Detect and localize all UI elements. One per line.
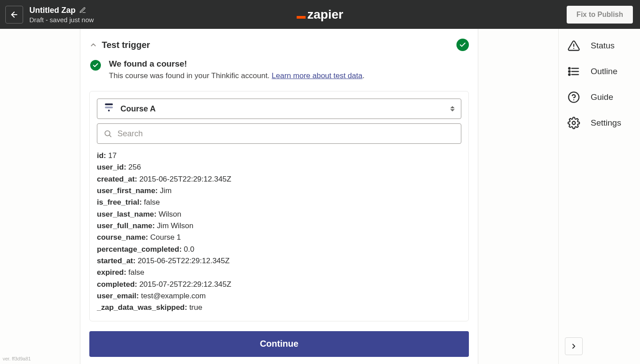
field-list: id: 17user_id: 256created_at: 2015-06-25… — [97, 144, 461, 314]
step-panel: Test trigger We found a course! This cou… — [80, 29, 478, 364]
record-selector[interactable]: Course A — [97, 99, 461, 119]
brand-text: zapier — [308, 8, 344, 22]
field-value: 2015-06-25T22:29:12.345Z — [139, 175, 231, 183]
field-row: percentage_completed: 0.0 — [97, 244, 461, 255]
field-key: started_at: — [97, 257, 138, 265]
zap-save-status: Draft - saved just now — [29, 16, 94, 24]
field-key: completed: — [97, 280, 139, 289]
rail-item-status[interactable]: Status — [568, 40, 631, 52]
field-value: test@example.com — [141, 292, 206, 300]
rail-item-outline[interactable]: Outline — [568, 65, 631, 78]
field-key: percentage_completed: — [97, 245, 184, 253]
back-button[interactable] — [5, 6, 23, 24]
chevron-up-icon — [89, 41, 97, 49]
rail-item-guide[interactable]: Guide — [568, 91, 631, 103]
rail-label: Status — [591, 41, 615, 51]
field-row: user_first_name: Jim — [97, 185, 461, 197]
field-value: 2015-07-25T22:29:12.345Z — [139, 280, 231, 289]
field-value: false — [128, 268, 144, 277]
section-title: Test trigger — [102, 40, 150, 50]
svg-line-2 — [109, 135, 111, 137]
field-value: Wilson — [159, 210, 181, 218]
field-row: expired: false — [97, 267, 461, 278]
field-key: user_email: — [97, 292, 141, 300]
field-row: course_name: Course 1 — [97, 232, 461, 243]
field-row: _zap_data_was_skipped: true — [97, 302, 461, 313]
field-search[interactable] — [97, 123, 461, 144]
field-value: Jim Wilson — [157, 222, 193, 230]
found-result-block: We found a course! This course was found… — [89, 59, 469, 89]
right-rail: Status Outline Guide Settings — [558, 29, 640, 364]
field-row: id: 17 — [97, 150, 461, 162]
result-check-badge — [90, 60, 101, 71]
field-value: 0.0 — [184, 245, 195, 253]
section-test-trigger[interactable]: Test trigger — [89, 29, 469, 59]
field-key: _zap_data_was_skipped: — [97, 303, 189, 312]
title-block: Untitled Zap Draft - saved just now — [29, 6, 94, 24]
field-row: created_at: 2015-06-25T22:29:12.345Z — [97, 174, 461, 185]
svg-point-10 — [568, 74, 570, 75]
arrow-left-icon — [10, 10, 19, 19]
rail-item-settings[interactable]: Settings — [568, 117, 631, 129]
field-key: is_free_trial: — [97, 198, 144, 206]
field-value: 2015-06-25T22:29:12.345Z — [138, 257, 230, 265]
field-row: is_free_trial: false — [97, 197, 461, 208]
found-description: This course was found in your Thinkific … — [109, 71, 364, 80]
found-title: We found a course! — [109, 59, 364, 69]
section-status-badge — [456, 39, 469, 51]
field-key: expired: — [97, 268, 128, 277]
field-value: 256 — [128, 163, 141, 171]
field-row: user_full_name: Jim Wilson — [97, 220, 461, 232]
field-value: 17 — [108, 151, 117, 160]
test-data-card: Course A id: 17user_id: 256created_at: 2… — [89, 91, 469, 321]
version-label: ver. ff3d9a81 — [3, 356, 31, 361]
svg-point-13 — [572, 122, 576, 125]
field-value: Jim — [160, 186, 172, 195]
gear-icon — [568, 117, 580, 129]
list-icon — [568, 65, 580, 78]
chevron-right-icon — [570, 342, 578, 350]
learn-more-link[interactable]: Learn more about test data — [272, 71, 362, 80]
field-key: user_last_name: — [97, 210, 159, 218]
rail-label: Outline — [591, 67, 617, 76]
rail-collapse-button[interactable] — [565, 337, 583, 355]
publish-button[interactable]: Fix to Publish — [567, 6, 633, 24]
app-header: Untitled Zap Draft - saved just now zapi… — [0, 0, 640, 29]
field-row: started_at: 2015-06-25T22:29:12.345Z — [97, 255, 461, 267]
field-row: user_id: 256 — [97, 162, 461, 173]
field-row: completed: 2015-07-25T22:29:12.345Z — [97, 279, 461, 290]
field-row: user_last_name: Wilson — [97, 209, 461, 220]
svg-point-8 — [568, 67, 570, 69]
field-key: user_first_name: — [97, 186, 160, 195]
zap-title[interactable]: Untitled Zap — [29, 6, 76, 15]
help-circle-icon — [568, 91, 580, 103]
field-key: created_at: — [97, 175, 139, 183]
sort-icon — [450, 106, 455, 111]
field-key: course_name: — [97, 233, 150, 241]
field-key: user_id: — [97, 163, 128, 171]
field-value: Course 1 — [150, 233, 181, 241]
editor-canvas: Test trigger We found a course! This cou… — [0, 29, 558, 364]
search-icon — [104, 129, 112, 138]
record-selector-label: Course A — [120, 104, 156, 114]
field-search-input[interactable] — [117, 129, 455, 138]
continue-button[interactable]: Continue — [89, 331, 469, 357]
field-value: false — [144, 198, 160, 206]
rail-label: Guide — [591, 92, 613, 102]
field-row: user_email: test@example.com — [97, 290, 461, 302]
field-value: true — [189, 303, 202, 312]
thinkific-icon — [104, 103, 114, 114]
field-key: user_full_name: — [97, 222, 157, 230]
check-icon — [92, 62, 99, 68]
check-icon — [459, 41, 466, 48]
brand-logo: zapier — [297, 8, 344, 22]
field-key: id: — [97, 151, 108, 160]
brand-dash-icon — [297, 16, 306, 19]
rail-label: Settings — [591, 118, 621, 128]
pencil-icon[interactable] — [79, 7, 86, 14]
svg-point-9 — [568, 71, 570, 72]
warning-triangle-icon — [568, 40, 580, 52]
